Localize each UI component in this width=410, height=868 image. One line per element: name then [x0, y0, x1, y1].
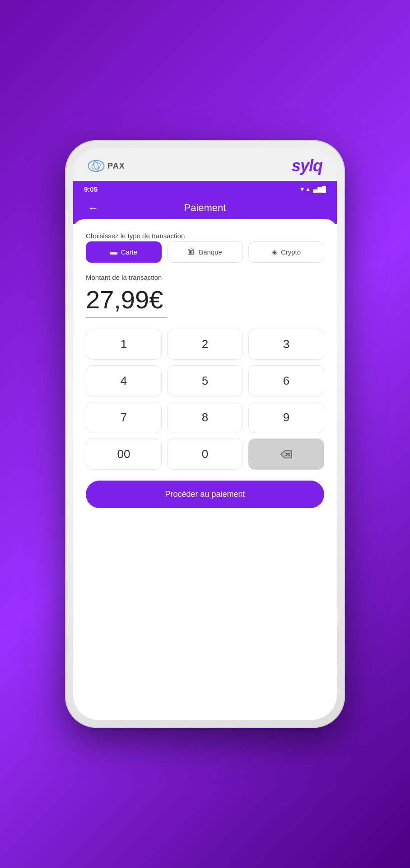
sylq-logo: sylq [292, 156, 322, 175]
page-title: Paiement [184, 202, 226, 214]
key-4[interactable]: 4 [86, 365, 162, 396]
main-content: Choisissez le type de transaction ▬ Cart… [73, 219, 337, 720]
device-brand-bar: PAX sylq [73, 148, 337, 181]
svg-point-1 [91, 161, 101, 170]
key-6[interactable]: 6 [248, 365, 324, 396]
key-5[interactable]: 5 [167, 365, 243, 396]
type-btn-banque[interactable]: 🏛 Banque [167, 241, 243, 263]
signal-icon: ▄▆█ [313, 186, 326, 193]
type-btn-crypto[interactable]: ◈ Crypto [248, 241, 324, 263]
type-btn-banque-label: Banque [199, 248, 222, 256]
key-backspace[interactable] [248, 439, 324, 470]
key-3[interactable]: 3 [248, 329, 324, 360]
pax-brand-text: PAX [107, 161, 125, 171]
type-btn-carte-label: Carte [121, 248, 138, 256]
back-button[interactable]: ← [84, 200, 102, 216]
status-icons: ▼▲ ▄▆█ [299, 186, 326, 193]
transaction-type-section: Choisissez le type de transaction ▬ Cart… [86, 232, 324, 263]
key-7[interactable]: 7 [86, 402, 162, 433]
type-btn-crypto-label: Crypto [281, 248, 301, 256]
key-9[interactable]: 9 [248, 402, 324, 433]
status-bar: 9:05 ▼▲ ▄▆█ [73, 181, 337, 196]
pax-oval-icon [88, 160, 105, 172]
crypto-icon: ◈ [272, 248, 277, 256]
phone-device: PAX sylq 9:05 ▼▲ ▄▆█ ← Paiement Choisiss… [65, 140, 345, 728]
banque-icon: 🏛 [188, 248, 195, 256]
backspace-icon [280, 450, 293, 459]
transaction-type-buttons: ▬ Carte 🏛 Banque ◈ Crypto [86, 241, 324, 263]
carte-icon: ▬ [110, 248, 117, 256]
proceed-button[interactable]: Procéder au paiement [86, 481, 324, 508]
key-8[interactable]: 8 [167, 402, 243, 433]
key-1[interactable]: 1 [86, 329, 162, 360]
phone-screen: PAX sylq 9:05 ▼▲ ▄▆█ ← Paiement Choisiss… [73, 148, 337, 720]
transaction-type-label: Choisissez le type de transaction [86, 232, 324, 240]
key-2[interactable]: 2 [167, 329, 243, 360]
svg-point-2 [93, 160, 100, 171]
key-0[interactable]: 0 [167, 439, 243, 470]
amount-display: 27,99€ [86, 285, 167, 318]
pax-logo: PAX [88, 160, 125, 172]
status-time: 9:05 [84, 185, 98, 193]
type-btn-carte[interactable]: ▬ Carte [86, 241, 162, 263]
amount-label: Montant de la transaction [86, 274, 324, 281]
wifi-icon: ▼▲ [299, 186, 311, 193]
key-double-zero[interactable]: 00 [86, 439, 162, 470]
numpad: 1 2 3 4 5 6 7 8 9 00 0 [86, 329, 324, 470]
amount-section: Montant de la transaction 27,99€ [86, 274, 324, 318]
